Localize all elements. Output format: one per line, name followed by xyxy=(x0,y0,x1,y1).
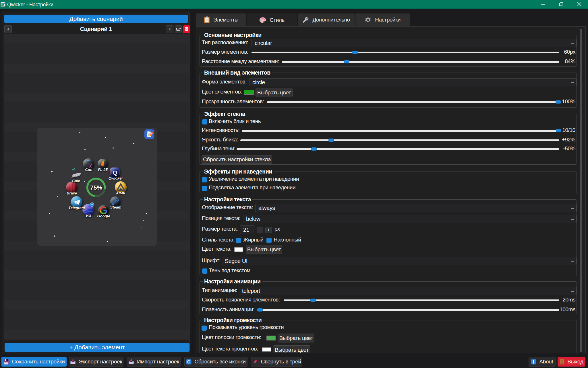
svg-text:Q: Q xyxy=(113,169,117,176)
